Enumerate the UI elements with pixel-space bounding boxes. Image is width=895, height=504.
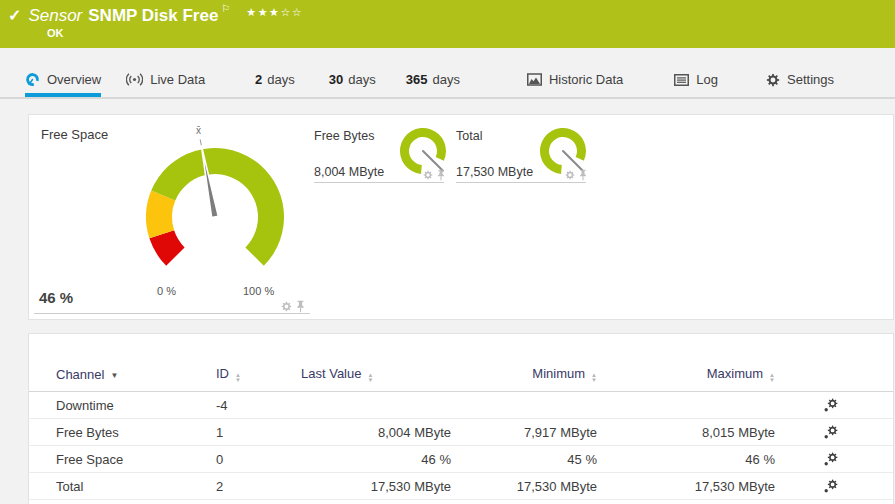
tab-label: Log bbox=[696, 72, 718, 87]
free-bytes-label: Free Bytes bbox=[314, 129, 374, 143]
channel-minimum: 7,917 MByte bbox=[451, 419, 597, 446]
tab-historic-data[interactable]: Historic Data bbox=[527, 62, 623, 97]
tab-live-data[interactable]: Live Data bbox=[126, 62, 205, 97]
tile-divider bbox=[34, 313, 310, 314]
channel-maximum: 8,015 MByte bbox=[597, 419, 775, 446]
channel-id: 2 bbox=[216, 473, 301, 500]
channels-panel: Channel▼ ID▲▼ Last Value▲▼ Minimum▲▼ Max… bbox=[28, 333, 894, 504]
channel-maximum: 46 % bbox=[597, 446, 775, 473]
channel-settings-icon[interactable] bbox=[823, 451, 893, 467]
column-header-maximum[interactable]: Maximum▲▼ bbox=[597, 334, 775, 392]
svg-text:x̄: x̄ bbox=[196, 125, 201, 136]
channel-name: Free Space bbox=[29, 446, 216, 473]
tab-log[interactable]: Log bbox=[674, 62, 718, 97]
column-header-actions bbox=[775, 334, 893, 392]
tab-overview[interactable]: Overview bbox=[25, 62, 101, 97]
sort-icon: ▲▼ bbox=[769, 373, 775, 383]
channels-table: Channel▼ ID▲▼ Last Value▲▼ Minimum▲▼ Max… bbox=[29, 334, 893, 500]
chart-icon bbox=[527, 73, 542, 86]
sensor-title-row: ✓ Sensor SNMP Disk Free ⚐ ★★★☆☆ bbox=[8, 5, 303, 27]
tab-bar: Overview Live Data 2 days 30 days 365 da… bbox=[0, 48, 895, 99]
gear-icon[interactable] bbox=[565, 170, 575, 180]
gear-icon[interactable] bbox=[423, 170, 433, 180]
tile-actions bbox=[423, 169, 446, 181]
sensor-type-label: Sensor bbox=[28, 5, 82, 27]
table-header-row: Channel▼ ID▲▼ Last Value▲▼ Minimum▲▼ Max… bbox=[29, 334, 893, 392]
channel-settings-icon[interactable] bbox=[823, 478, 893, 494]
channel-id: -4 bbox=[216, 392, 301, 419]
gauge-icon bbox=[25, 72, 40, 87]
table-row: Total 2 17,530 MByte 17,530 MByte 17,530… bbox=[29, 473, 893, 500]
column-header-channel[interactable]: Channel▼ bbox=[29, 334, 216, 392]
total-label: Total bbox=[456, 129, 482, 143]
column-header-id[interactable]: ID▲▼ bbox=[216, 334, 301, 392]
column-header-last-value[interactable]: Last Value▲▼ bbox=[301, 334, 451, 392]
tile-divider bbox=[314, 182, 444, 183]
log-icon bbox=[674, 74, 689, 86]
channel-name: Free Bytes bbox=[29, 419, 216, 446]
free-space-value: 46 % bbox=[39, 289, 73, 306]
tile-divider bbox=[456, 182, 586, 183]
tab-number: 365 bbox=[406, 72, 428, 87]
channel-last-value: 17,530 MByte bbox=[301, 473, 451, 500]
tile-actions bbox=[281, 300, 306, 313]
tab-30-days[interactable]: 30 days bbox=[329, 62, 376, 97]
channel-name: Total bbox=[29, 473, 216, 500]
total-value: 17,530 MByte bbox=[456, 165, 533, 179]
free-space-gauge: x̄ bbox=[129, 123, 319, 308]
priority-stars[interactable]: ★★★☆☆ bbox=[246, 6, 303, 19]
sensor-header: ✓ Sensor SNMP Disk Free ⚐ ★★★☆☆ OK bbox=[0, 0, 895, 48]
channel-settings-icon[interactable] bbox=[823, 397, 893, 413]
channel-minimum: 17,530 MByte bbox=[451, 473, 597, 500]
table-row: Free Space 0 46 % 45 % 46 % bbox=[29, 446, 893, 473]
sort-desc-icon: ▼ bbox=[110, 371, 118, 380]
sort-icon: ▲▼ bbox=[367, 373, 373, 383]
table-row: Downtime -4 bbox=[29, 392, 893, 419]
pin-icon[interactable] bbox=[578, 169, 588, 181]
channel-minimum: 45 % bbox=[451, 446, 597, 473]
channel-maximum: 17,530 MByte bbox=[597, 473, 775, 500]
sort-icon: ▲▼ bbox=[235, 373, 241, 383]
tab-label: days bbox=[267, 72, 294, 87]
page-title: SNMP Disk Free bbox=[88, 5, 218, 27]
tab-label: Live Data bbox=[150, 72, 205, 87]
gauge-max-label: 100 % bbox=[243, 285, 274, 297]
pin-icon[interactable] bbox=[295, 300, 306, 313]
channel-id: 0 bbox=[216, 446, 301, 473]
table-row: Free Bytes 1 8,004 MByte 7,917 MByte 8,0… bbox=[29, 419, 893, 446]
tab-number: 30 bbox=[329, 72, 343, 87]
tile-actions bbox=[565, 169, 588, 181]
column-header-minimum[interactable]: Minimum▲▼ bbox=[451, 334, 597, 392]
live-data-icon bbox=[126, 72, 143, 87]
channel-last-value bbox=[301, 392, 451, 419]
status-badge: OK bbox=[47, 27, 64, 39]
gauge-min-label: 0 % bbox=[157, 285, 176, 297]
settings-gear-icon bbox=[766, 73, 780, 87]
channel-id: 1 bbox=[216, 419, 301, 446]
tab-365-days[interactable]: 365 days bbox=[406, 62, 460, 97]
sort-icon: ▲▼ bbox=[591, 373, 597, 383]
tab-label: Settings bbox=[787, 72, 834, 87]
overview-gauges-panel: Free Space x̄ 0 % 100 % 46 % Free Bytes … bbox=[28, 114, 894, 320]
channel-last-value: 8,004 MByte bbox=[301, 419, 451, 446]
tab-number: 2 bbox=[255, 72, 262, 87]
pin-icon[interactable] bbox=[436, 169, 446, 181]
tab-label: days bbox=[432, 72, 459, 87]
channel-last-value: 46 % bbox=[301, 446, 451, 473]
tab-label: Historic Data bbox=[549, 72, 623, 87]
channel-settings-icon[interactable] bbox=[823, 424, 893, 440]
tab-2-days[interactable]: 2 days bbox=[255, 62, 295, 97]
gear-icon[interactable] bbox=[281, 301, 292, 312]
status-check-icon: ✓ bbox=[8, 5, 21, 27]
tab-label: Overview bbox=[47, 72, 101, 87]
free-bytes-value: 8,004 MByte bbox=[314, 165, 384, 179]
tab-settings[interactable]: Settings bbox=[766, 62, 834, 97]
tab-label: days bbox=[348, 72, 375, 87]
channel-maximum bbox=[597, 392, 775, 419]
channel-name: Downtime bbox=[29, 392, 216, 419]
free-space-gauge-title: Free Space bbox=[41, 127, 108, 142]
flag-icon[interactable]: ⚐ bbox=[221, 3, 230, 14]
channel-minimum bbox=[451, 392, 597, 419]
